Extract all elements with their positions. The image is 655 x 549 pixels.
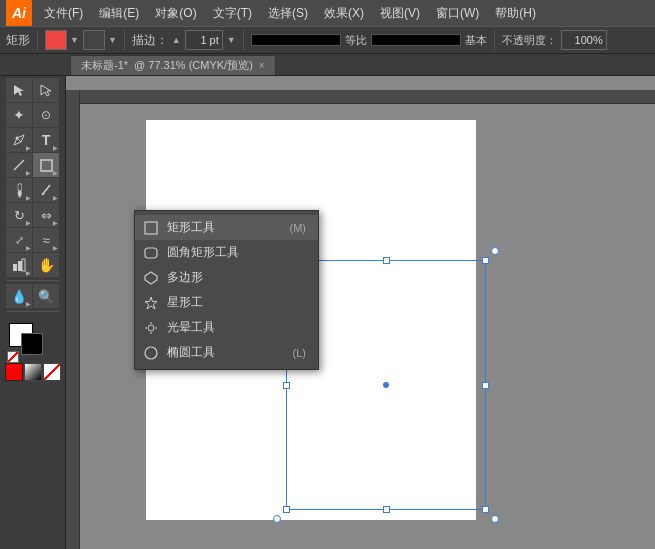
rectangle-tool[interactable]: ▶ (33, 153, 59, 177)
polygon-icon (143, 270, 159, 286)
ctx-flare-label: 光晕工具 (167, 319, 215, 336)
line-tool[interactable]: ▶ (6, 153, 32, 177)
document-tab[interactable]: 未标题-1* @ 77.31% (CMYK/预览) × (70, 55, 276, 75)
handle-top-mid[interactable] (383, 257, 390, 264)
fill-color-box[interactable] (83, 30, 105, 50)
menu-file[interactable]: 文件(F) (36, 0, 91, 26)
ctx-ellipse-tool[interactable]: 椭圆工具 (L) (135, 340, 318, 365)
direct-selection-tool[interactable] (33, 78, 59, 102)
opacity-input[interactable] (561, 30, 607, 50)
lasso-tool[interactable]: ⊙ (33, 103, 59, 127)
mirror-tool[interactable]: ⇔ ▶ (33, 203, 59, 227)
menu-text[interactable]: 文字(T) (205, 0, 260, 26)
handle-right-mid[interactable] (482, 382, 489, 389)
stroke-dropdown-arrow[interactable]: ▼ (70, 35, 79, 45)
canvas-area: 矩形工具 (M) 圆角矩形工具 多边形 星 (66, 90, 655, 549)
ruler-horizontal (80, 90, 655, 104)
svg-point-0 (16, 137, 19, 140)
none-button[interactable] (43, 363, 61, 381)
no-color-swatch[interactable] (7, 351, 19, 363)
ctx-rectangle-tool[interactable]: 矩形工具 (M) (135, 215, 318, 240)
menu-object[interactable]: 对象(O) (147, 0, 204, 26)
hand-tool[interactable]: ✋ (33, 253, 59, 277)
handle-bottom-mid[interactable] (383, 506, 390, 513)
svg-point-12 (148, 325, 154, 331)
ctx-polygon-tool[interactable]: 多边形 (135, 265, 318, 290)
ctx-star-tool[interactable]: 星形工 (135, 290, 318, 315)
menu-view[interactable]: 视图(V) (372, 0, 428, 26)
stroke-value-input[interactable] (185, 30, 223, 50)
stroke-label: 描边： (132, 32, 168, 49)
center-point (383, 382, 389, 388)
warp-tool[interactable]: ≈ ▶ (33, 228, 59, 252)
ellipse-icon (143, 345, 159, 361)
tool-row-5: 🖌 ▶ ▶ (6, 178, 59, 202)
gradient-button[interactable] (24, 363, 42, 381)
selection-tool[interactable] (6, 78, 32, 102)
tool-flyout-menu: 矩形工具 (M) 圆角矩形工具 多边形 星 (134, 210, 319, 370)
tool-row-8: ▶ ✋ (6, 253, 59, 277)
stroke-swatch[interactable] (21, 333, 43, 355)
menu-select[interactable]: 选择(S) (260, 0, 316, 26)
menu-edit[interactable]: 编辑(E) (91, 0, 147, 26)
stroke-color-control[interactable]: ▼ (45, 30, 79, 50)
tool-row-6: ↻ ▶ ⇔ ▶ (6, 203, 59, 227)
tool-divider-1 (7, 280, 59, 281)
stroke-color-box[interactable] (45, 30, 67, 50)
swatch-container (7, 323, 59, 359)
rotation-handle-bl[interactable] (273, 515, 281, 523)
stroke-down-arrow[interactable]: ▼ (227, 35, 236, 45)
stroke-weight-preview[interactable] (371, 34, 461, 46)
svg-rect-5 (13, 264, 17, 271)
eyedropper-tool[interactable]: 💧 ▶ (6, 284, 32, 308)
tab-bar: 未标题-1* @ 77.31% (CMYK/预览) × (0, 54, 655, 76)
svg-rect-8 (145, 222, 157, 234)
type-tool-arrow: ▶ (53, 144, 58, 151)
ctx-rounded-rect-tool[interactable]: 圆角矩形工具 (135, 240, 318, 265)
brush-tool-arrow: ▶ (26, 194, 31, 201)
graph-tool[interactable]: ▶ (6, 253, 32, 277)
tool-name-label: 矩形 (6, 32, 30, 49)
fill-color-control[interactable]: ▼ (83, 30, 117, 50)
handle-top-right[interactable] (482, 257, 489, 264)
ctx-star-label: 星形工 (167, 294, 203, 311)
ctx-ellipse-label: 椭圆工具 (167, 344, 215, 361)
handle-left-mid[interactable] (283, 382, 290, 389)
color-mode-button[interactable] (5, 363, 23, 381)
toolbar-sep-2 (124, 30, 125, 50)
menu-help[interactable]: 帮助(H) (487, 0, 544, 26)
pen-tool-arrow: ▶ (26, 144, 31, 151)
stroke-style-preview[interactable] (251, 34, 341, 46)
pencil-tool[interactable]: ▶ (33, 178, 59, 202)
svg-line-1 (14, 160, 24, 170)
scale-tool[interactable]: ⤢ ▶ (6, 228, 32, 252)
magic-wand-tool[interactable]: ✦ (6, 103, 32, 127)
ctx-flare-tool[interactable]: 光晕工具 (135, 315, 318, 340)
rect-tool-arrow: ▶ (53, 169, 58, 176)
tab-close-button[interactable]: × (259, 60, 265, 71)
rotate-tool[interactable]: ↻ ▶ (6, 203, 32, 227)
app-logo: Ai (6, 0, 32, 26)
menu-window[interactable]: 窗口(W) (428, 0, 487, 26)
pencil-tool-arrow: ▶ (53, 194, 58, 201)
rotation-handle-br[interactable] (491, 515, 499, 523)
menu-effect[interactable]: 效果(X) (316, 0, 372, 26)
rotate-tool-arrow: ▶ (26, 219, 31, 226)
opacity-label: 不透明度： (502, 33, 557, 48)
stroke-up-arrow[interactable]: ▲ (172, 35, 181, 45)
fill-dropdown-arrow[interactable]: ▼ (108, 35, 117, 45)
rotation-handle-tr[interactable] (491, 247, 499, 255)
toolbar: 矩形 ▼ ▼ 描边： ▲ ▼ 等比 基本 不透明度： (0, 26, 655, 54)
ctx-rectangle-label: 矩形工具 (167, 219, 215, 236)
handle-bottom-right[interactable] (482, 506, 489, 513)
handle-bottom-left[interactable] (283, 506, 290, 513)
zoom-tool[interactable]: 🔍 (33, 284, 59, 308)
paintbrush-tool[interactable]: 🖌 ▶ (6, 178, 32, 202)
type-tool[interactable]: T ▶ (33, 128, 59, 152)
eyedropper-arrow: ▶ (26, 300, 31, 307)
title-bar: Ai 文件(F) 编辑(E) 对象(O) 文字(T) 选择(S) 效果(X) 视… (0, 0, 655, 26)
pen-tool[interactable]: ▶ (6, 128, 32, 152)
ctx-polygon-label: 多边形 (167, 269, 203, 286)
graph-tool-arrow: ▶ (26, 269, 31, 276)
svg-rect-2 (41, 160, 52, 171)
